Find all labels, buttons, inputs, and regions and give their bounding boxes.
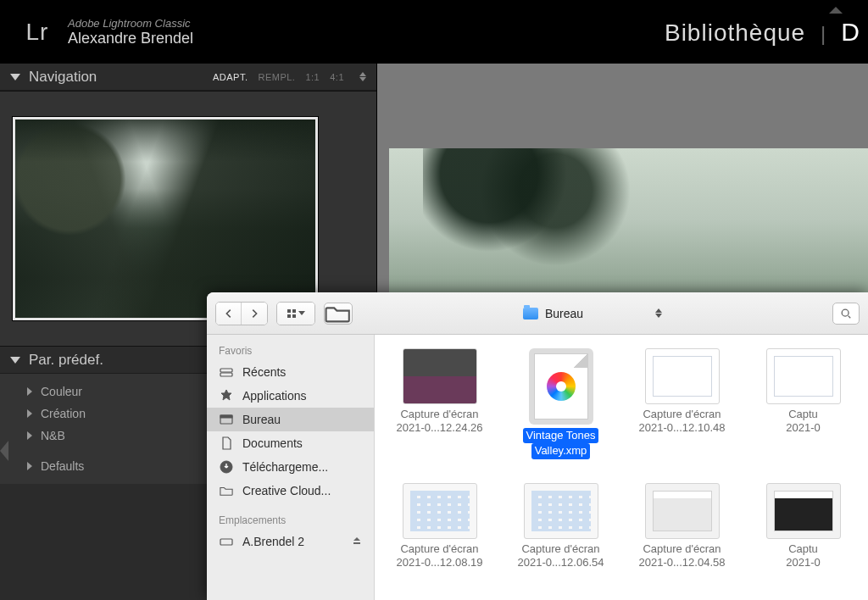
sidebar-section-favorites: Favoris	[207, 342, 374, 360]
sidebar-item-applications[interactable]: Applications	[207, 384, 374, 408]
view-switcher	[276, 302, 315, 325]
chevron-right-icon	[27, 387, 32, 396]
zoom-stepper-icon[interactable]	[359, 72, 366, 82]
photos-icon	[547, 372, 576, 401]
selection-highlight	[529, 348, 593, 425]
drive-icon	[219, 536, 234, 547]
module-develop[interactable]: D	[841, 18, 860, 47]
presets-title: Par. prédef.	[29, 352, 103, 369]
file-grid: Capture d'écran2021-0...12.24.26 Vintage…	[375, 335, 868, 600]
icon-view-button[interactable]	[277, 303, 314, 325]
module-separator: |	[821, 22, 826, 46]
preset-label: Defaults	[41, 459, 84, 473]
nav-buttons	[215, 302, 268, 325]
finder-toolbar: Bureau	[207, 292, 868, 335]
svg-line-1	[849, 315, 851, 318]
file-item[interactable]: Captu2021-0	[747, 348, 860, 459]
lightroom-logo: Lr	[17, 12, 58, 53]
lightroom-topbar: Lr Adobe Lightroom Classic Alexandre Bre…	[0, 0, 868, 64]
sidebar-item-label: Récents	[242, 365, 286, 379]
eject-icon[interactable]	[352, 535, 362, 548]
file-thumbnail	[403, 348, 477, 404]
dropdown-arrows-icon	[655, 308, 662, 318]
search-icon	[840, 308, 852, 319]
file-name: Capture d'écran2021-0...12.24.26	[397, 408, 483, 436]
chevron-right-icon	[27, 431, 32, 440]
sidebar-item-label: Creative Cloud...	[242, 484, 331, 497]
folder-icon	[523, 308, 538, 319]
file-thumbnail	[766, 348, 841, 404]
apps-icon	[219, 390, 234, 402]
sidebar-item-label: A.Brendel 2	[242, 535, 304, 548]
sidebar-item-downloads[interactable]: Téléchargeme...	[207, 455, 374, 479]
disclosure-triangle-icon[interactable]	[10, 357, 20, 364]
file-item[interactable]: Capture d'écran2021-0...12.08.19	[383, 483, 496, 570]
file-name: Vintage TonesValley.xmp	[523, 428, 599, 459]
document-icon	[219, 437, 234, 449]
navigation-panel-header[interactable]: Navigation ADAPT. REMPL. 1:1 4:1	[0, 64, 376, 91]
svg-rect-5	[220, 415, 232, 418]
search-button[interactable]	[832, 303, 860, 325]
svg-rect-2	[220, 369, 232, 372]
file-thumbnail	[645, 483, 720, 539]
file-item[interactable]: Captu2021-0	[747, 483, 860, 570]
disclosure-triangle-icon[interactable]	[10, 74, 20, 81]
file-thumbnail	[524, 483, 598, 539]
zoom-1-1[interactable]: 1:1	[305, 72, 320, 82]
sidebar-item-label: Bureau	[242, 413, 281, 426]
file-item[interactable]: Capture d'écran2021-0...12.24.26	[383, 348, 496, 459]
panel-collapse-left-icon[interactable]	[0, 441, 8, 461]
file-item[interactable]: Capture d'écran2021-0...12.10.48	[626, 348, 738, 459]
folder-icon	[219, 485, 234, 497]
preview-thumbnail[interactable]	[13, 117, 318, 320]
main-image[interactable]	[389, 148, 868, 292]
file-item-selected[interactable]: Vintage TonesValley.xmp	[504, 348, 617, 459]
file-thumbnail	[403, 483, 477, 539]
download-icon	[219, 461, 234, 473]
desktop-icon	[219, 414, 234, 425]
back-button[interactable]	[216, 303, 242, 325]
file-item[interactable]: Capture d'écran2021-0...12.06.54	[504, 483, 617, 570]
sidebar-item-label: Téléchargeme...	[242, 460, 328, 474]
sidebar-item-bureau[interactable]: Bureau	[207, 408, 374, 431]
file-thumbnail	[766, 483, 841, 539]
svg-rect-3	[220, 373, 232, 376]
location-dropdown[interactable]: Bureau	[516, 303, 669, 325]
preset-label: N&B	[41, 429, 65, 442]
sidebar-item-label: Applications	[242, 389, 307, 403]
sidebar-item-documents[interactable]: Documents	[207, 431, 374, 455]
file-name: Captu2021-0	[786, 542, 820, 570]
hdd-icon	[219, 366, 234, 378]
svg-rect-7	[220, 539, 232, 545]
location-name: Bureau	[545, 307, 583, 320]
panel-collapse-top-icon[interactable]	[829, 7, 843, 14]
finder-window: Bureau Favoris Récents Applications	[207, 292, 868, 600]
forward-button[interactable]	[242, 303, 267, 325]
sidebar-item-creative-cloud[interactable]: Creative Cloud...	[207, 479, 374, 503]
navigation-title: Navigation	[29, 69, 97, 86]
folder-icon	[325, 303, 352, 325]
sidebar-item-drive[interactable]: A.Brendel 2	[207, 530, 374, 553]
module-library[interactable]: Bibliothèque	[665, 19, 805, 47]
file-thumbnail	[645, 348, 720, 404]
file-thumbnail	[534, 353, 588, 419]
file-item[interactable]: Capture d'écran2021-0...12.04.58	[626, 483, 738, 570]
sidebar-item-recents[interactable]: Récents	[207, 360, 374, 384]
file-name: Capture d'écran2021-0...12.06.54	[518, 542, 604, 570]
svg-point-0	[842, 309, 849, 316]
image-area	[377, 64, 868, 292]
zoom-adapt[interactable]: ADAPT.	[213, 72, 248, 82]
zoom-4-1[interactable]: 4:1	[330, 72, 344, 82]
finder-sidebar: Favoris Récents Applications Bureau Docu…	[207, 335, 375, 600]
chevron-down-icon	[298, 311, 305, 315]
chevron-right-icon	[27, 462, 32, 470]
user-name: Alexandre Brendel	[68, 30, 193, 47]
file-name: Capture d'écran2021-0...12.08.19	[397, 542, 483, 570]
product-name: Adobe Lightroom Classic	[68, 17, 193, 30]
zoom-rempl[interactable]: REMPL.	[258, 72, 295, 82]
file-name: Capture d'écran2021-0...12.04.58	[639, 542, 726, 570]
preset-label: Création	[41, 407, 86, 420]
chevron-right-icon	[27, 409, 32, 418]
group-button[interactable]	[324, 303, 353, 325]
file-name: Capture d'écran2021-0...12.10.48	[639, 408, 726, 436]
